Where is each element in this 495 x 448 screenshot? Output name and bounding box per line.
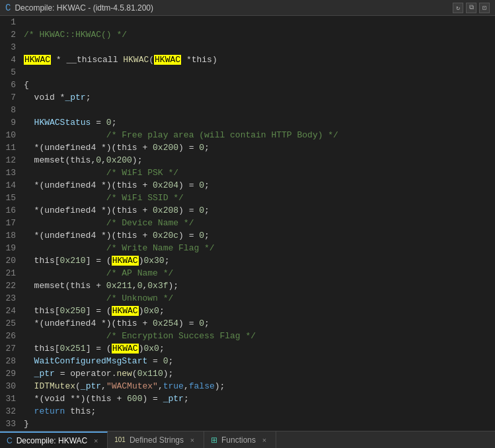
line-number: 8 — [0, 104, 21, 116]
titlebar-controls[interactable]: ↻ ⧉ ⊡ — [453, 3, 490, 13]
table-row: 2/* HKWAC::HKWAC() */ — [0, 28, 495, 41]
tab-close-functions[interactable]: × — [260, 435, 269, 445]
line-content: /* AP Name */ — [21, 267, 495, 280]
line-number: 23 — [0, 292, 21, 305]
table-row: 4HKWAC * __thiscall HKWAC(HKWAC *this) — [0, 54, 495, 66]
table-row: 6{ — [0, 79, 495, 91]
table-row: 18 *(undefined4 *)(this + 0x20c) = 0; — [0, 229, 495, 242]
line-number: 29 — [0, 367, 21, 380]
table-row: 28 WaitConfiguredMsgStart = 0; — [0, 355, 495, 367]
copy-button[interactable]: ⧉ — [466, 3, 476, 13]
line-number: 31 — [0, 392, 21, 405]
line-number: 5 — [0, 66, 21, 79]
line-content: /* Unknown */ — [21, 292, 495, 305]
line-content — [21, 104, 495, 116]
line-number: 25 — [0, 317, 21, 330]
line-content: /* Encryption Success Flag */ — [21, 330, 495, 342]
line-content: memset(this,0,0x200); — [21, 154, 495, 167]
line-content: /* Free play area (will contain HTTP Bod… — [21, 129, 495, 141]
table-row: 11 *(undefined4 *)(this + 0x200) = 0; — [0, 141, 495, 154]
tab-label-defined-strings: Defined Strings — [130, 435, 184, 445]
line-number: 21 — [0, 267, 21, 280]
line-content: /* Device Name */ — [21, 217, 495, 229]
code-table: 12/* HKWAC::HKWAC() */34HKWAC * __thisca… — [0, 16, 495, 431]
line-content: this[0x250] = (HKWAC)0x0; — [21, 305, 495, 317]
line-number: 11 — [0, 141, 21, 154]
line-content: *(undefined4 *)(this + 0x20c) = 0; — [21, 229, 495, 242]
line-content: *(void **)(this + 600) = _ptr; — [21, 392, 495, 405]
line-content: return this; — [21, 405, 495, 418]
line-number: 13 — [0, 167, 21, 179]
table-row: 16 *(undefined4 *)(this + 0x208) = 0; — [0, 204, 495, 217]
tab-close-decompile[interactable]: × — [91, 436, 100, 445]
tab-label-functions: Functions — [221, 435, 256, 445]
line-content: *(undefined4 *)(this + 0x200) = 0; — [21, 141, 495, 154]
table-row: 27 this[0x251] = (HKWAC)0x0; — [0, 342, 495, 355]
line-content: HKWACStatus = 0; — [21, 116, 495, 129]
line-number: 7 — [0, 91, 21, 104]
line-number: 18 — [0, 229, 21, 242]
table-row: 31 *(void **)(this + 600) = _ptr; — [0, 392, 495, 405]
line-number: 15 — [0, 192, 21, 204]
table-row: 14 *(undefined4 *)(this + 0x204) = 0; — [0, 179, 495, 192]
tab-decompile[interactable]: CDecompile: HKWAC× — [0, 431, 108, 448]
line-content: /* WiFi SSID */ — [21, 192, 495, 204]
line-number: 1 — [0, 16, 21, 28]
line-content: IDTMutex(_ptr,"WACMutex",true,false); — [21, 380, 495, 392]
table-row: 8 — [0, 104, 495, 116]
line-content: /* HKWAC::HKWAC() */ — [21, 28, 495, 41]
line-number: 30 — [0, 380, 21, 392]
line-number: 33 — [0, 418, 21, 430]
table-row: 17 /* Device Name */ — [0, 217, 495, 229]
line-number: 17 — [0, 217, 21, 229]
line-content: *(undefined4 *)(this + 0x204) = 0; — [21, 179, 495, 192]
line-content: memset(this + 0x211,0,0x3f); — [21, 280, 495, 292]
tab-defined-strings[interactable]: 101Defined Strings× — [108, 431, 204, 448]
line-content: HKWAC * __thiscall HKWAC(HKWAC *this) — [21, 54, 495, 66]
line-content: { — [21, 79, 495, 91]
pin-button[interactable]: ⊡ — [479, 3, 490, 13]
table-row: 33} — [0, 418, 495, 430]
table-row: 7 void *_ptr; — [0, 91, 495, 104]
line-content: /* WiFi PSK */ — [21, 167, 495, 179]
table-row: 24 this[0x250] = (HKWAC)0x0; — [0, 305, 495, 317]
table-row: 30 IDTMutex(_ptr,"WACMutex",true,false); — [0, 380, 495, 392]
line-number: 19 — [0, 242, 21, 254]
line-number: 26 — [0, 330, 21, 342]
line-number: 28 — [0, 355, 21, 367]
line-content: _ptr = operator.new(0x110); — [21, 367, 495, 380]
refresh-button[interactable]: ↻ — [453, 3, 463, 13]
table-row: 26 /* Encryption Success Flag */ — [0, 330, 495, 342]
table-row: 20 this[0x210] = (HKWAC)0x30; — [0, 254, 495, 267]
tab-icon-decompile: C — [7, 436, 13, 445]
table-row: 23 /* Unknown */ — [0, 292, 495, 305]
tab-icon-defined-strings: 101 — [114, 436, 126, 443]
line-content: this[0x251] = (HKWAC)0x0; — [21, 342, 495, 355]
line-number: 10 — [0, 129, 21, 141]
line-number: 4 — [0, 54, 21, 66]
table-row: 3 — [0, 41, 495, 54]
line-number: 24 — [0, 305, 21, 317]
table-row: 32 return this; — [0, 405, 495, 418]
table-row: 5 — [0, 66, 495, 79]
line-content — [21, 16, 495, 28]
code-container: 12/* HKWAC::HKWAC() */34HKWAC * __thisca… — [0, 16, 495, 431]
table-row: 12 memset(this,0,0x200); — [0, 154, 495, 167]
line-number: 3 — [0, 41, 21, 54]
line-number: 14 — [0, 179, 21, 192]
tab-close-defined-strings[interactable]: × — [188, 435, 197, 445]
table-row: 22 memset(this + 0x211,0,0x3f); — [0, 280, 495, 292]
titlebar-left: C Decompile: HKWAC - (idtm-4.5.81.200) — [5, 3, 153, 13]
table-row: 15 /* WiFi SSID */ — [0, 192, 495, 204]
line-number: 32 — [0, 405, 21, 418]
table-row: 25 *(undefined4 *)(this + 0x254) = 0; — [0, 317, 495, 330]
line-number: 20 — [0, 254, 21, 267]
table-row: 21 /* AP Name */ — [0, 267, 495, 280]
line-number: 6 — [0, 79, 21, 91]
titlebar: C Decompile: HKWAC - (idtm-4.5.81.200) ↻… — [0, 0, 495, 16]
tab-functions[interactable]: ⊞Functions× — [204, 431, 276, 448]
table-row: 9 HKWACStatus = 0; — [0, 116, 495, 129]
line-content: } — [21, 418, 495, 430]
line-number: 9 — [0, 116, 21, 129]
line-number: 22 — [0, 280, 21, 292]
